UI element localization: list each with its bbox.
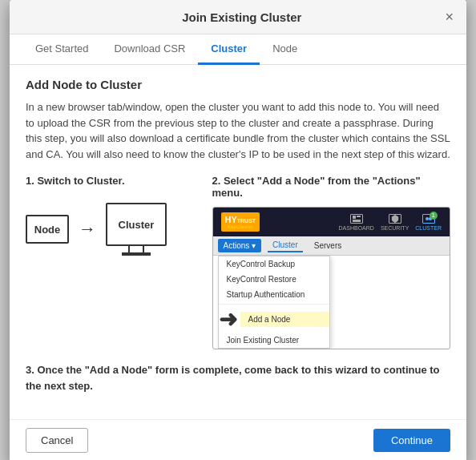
modal-body: Add Node to Cluster In a new browser tab… (10, 65, 466, 419)
steps-row: 1. Switch to Cluster. Node → Cluster (26, 175, 450, 349)
svg-rect-1 (357, 216, 361, 217)
monitor-stand-icon (128, 246, 144, 252)
add-node-row: ➜ Add a Node (219, 306, 329, 333)
actions-button[interactable]: Actions ▾ (218, 239, 262, 252)
tab-node[interactable]: Node (260, 34, 310, 65)
step1-container: 1. Switch to Cluster. Node → Cluster (26, 175, 196, 264)
step2-label: 2. Select "Add a Node" from the "Actions… (212, 175, 451, 199)
screenshot-header: HYTRUST KeyControl DASHBOARD (213, 208, 450, 236)
dropdown-divider (219, 304, 329, 305)
diagram: Node → Cluster (26, 195, 196, 264)
cancel-button[interactable]: Cancel (26, 428, 88, 453)
step2-container: 2. Select "Add a Node" from the "Actions… (212, 175, 451, 349)
svg-point-3 (426, 217, 429, 220)
cluster-nav-label: CLUSTER (415, 225, 442, 231)
svg-rect-0 (353, 216, 356, 219)
dropdown-item-restore[interactable]: KeyControl Restore (219, 272, 329, 287)
step3-text: 3. Once the "Add a Node" form is complet… (26, 362, 450, 393)
sc-nav-items: DASHBOARD SECURITY (339, 214, 442, 231)
tab-cluster[interactable]: Cluster (198, 34, 260, 65)
highlight-arrow-icon: ➜ (219, 306, 237, 333)
close-button[interactable]: × (445, 10, 454, 24)
arrow-right-icon: → (79, 219, 96, 240)
sc-dropdown: KeyControl Backup KeyControl Restore Sta… (218, 256, 330, 349)
sc-toolbar: Actions ▾ Cluster Servers (213, 236, 450, 256)
green-badge: 1 (430, 212, 438, 220)
security-icon (389, 214, 401, 224)
continue-button[interactable]: Continue (373, 429, 450, 452)
dropdown-item-backup[interactable]: KeyControl Backup (219, 256, 329, 272)
hytrust-logo: HYTRUST KeyControl (221, 212, 260, 232)
dropdown-item-add-node[interactable]: Add a Node (240, 312, 329, 327)
cluster-monitor: Cluster (106, 203, 167, 246)
cluster-label: Cluster (119, 219, 155, 231)
cluster-icon: 1 (422, 214, 435, 224)
security-label: SECURITY (381, 225, 409, 231)
modal-footer: Cancel Continue (10, 419, 466, 460)
dropdown-item-join[interactable]: Join Existing Cluster (219, 333, 329, 348)
screenshot-panel: HYTRUST KeyControl DASHBOARD (212, 207, 451, 349)
sc-tab-cluster[interactable]: Cluster (268, 239, 303, 252)
tab-download-csr[interactable]: Download CSR (101, 34, 198, 65)
dashboard-label: DASHBOARD (339, 225, 374, 231)
dropdown-item-startup[interactable]: Startup Authentication (219, 287, 329, 302)
actions-label: Actions ▾ (224, 241, 256, 250)
node-box: Node (26, 215, 69, 244)
tab-get-started[interactable]: Get Started (22, 34, 101, 65)
monitor-base-icon (122, 252, 151, 256)
dashboard-icon (350, 214, 363, 224)
description-text: In a new browser tab/window, open the cl… (26, 99, 450, 162)
modal-container: Join Existing Cluster × Get Started Down… (10, 0, 466, 460)
section-title: Add Node to Cluster (26, 78, 450, 91)
monitor-wrapper: Cluster (106, 203, 167, 256)
tabs-bar: Get Started Download CSR Cluster Node (10, 34, 466, 65)
modal-header: Join Existing Cluster × (10, 0, 466, 34)
modal-title: Join Existing Cluster (38, 10, 445, 24)
sc-nav-security: SECURITY (381, 214, 409, 231)
sc-nav-cluster: 1 CLUSTER (415, 214, 442, 231)
svg-rect-2 (353, 220, 361, 222)
sc-nav-dashboard: DASHBOARD (339, 214, 374, 231)
node-label: Node (34, 224, 61, 236)
step1-label: 1. Switch to Cluster. (26, 175, 196, 187)
sc-tab-servers[interactable]: Servers (309, 240, 346, 252)
